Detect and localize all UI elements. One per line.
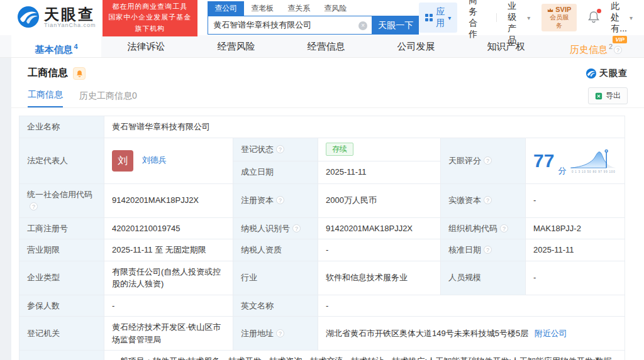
- export-button[interactable]: 导出: [588, 87, 628, 104]
- field-label: 注册资本?: [233, 183, 318, 217]
- reg-address-value: 湖北省黄石市开铁区奥体大道149号未来科技城5号楼5层: [326, 329, 528, 338]
- credit-code-label: 统一社会信用代码: [27, 190, 92, 199]
- field-label: 法定代表人: [19, 138, 104, 183]
- table-row: 企业类型 有限责任公司(自然人投资或控股的法人独资) 行业 软件和信息技术服务业…: [19, 261, 625, 295]
- crown-icon: [547, 8, 553, 13]
- taxpayer-quality-value: -: [318, 239, 441, 261]
- subtab-history-business-info[interactable]: 历史工商信息0: [79, 90, 137, 107]
- tab-basic-info[interactable]: 基本信息4: [11, 35, 101, 57]
- help-icon[interactable]: ?: [484, 156, 492, 165]
- help-icon[interactable]: ?: [484, 246, 492, 254]
- tab-label: 经营风险: [218, 41, 255, 52]
- field-label: 成立日期: [233, 161, 318, 183]
- svip-label-top: SVIP: [555, 6, 571, 14]
- tianyancha-logo[interactable]: 天眼查 TianYanCha.com: [16, 5, 96, 31]
- reg-number-value: 420201210019745: [104, 217, 233, 239]
- subtab-business-info[interactable]: 工商信息: [28, 89, 63, 107]
- help-icon[interactable]: ?: [614, 46, 622, 54]
- svip-member-button[interactable]: SVIP 会员服务: [541, 4, 577, 32]
- field-label: 核准日期?: [441, 239, 526, 261]
- search-tab-risk[interactable]: 查风险: [317, 1, 353, 16]
- tab-count: 4: [74, 43, 77, 50]
- establish-date-value: 2025-11-11: [318, 161, 441, 183]
- tianyancha-logo-icon: [586, 68, 597, 79]
- field-label: 纳税人资质: [233, 239, 318, 261]
- tab-label: 经营信息: [308, 41, 345, 52]
- help-icon[interactable]: ?: [484, 196, 492, 204]
- nearby-companies-link[interactable]: 附近公司: [535, 329, 567, 338]
- svip-label-bottom: 会员服务: [547, 14, 571, 30]
- business-term-value: 2025-11-11 至 无固定期限: [104, 239, 233, 261]
- reg-address-label: 注册地址: [241, 329, 274, 338]
- notification-dot: [597, 9, 601, 13]
- org-code-value: MAK18PJJ-2: [526, 217, 625, 239]
- help-icon[interactable]: ?: [276, 196, 284, 204]
- tianyancha-logo-icon: [16, 5, 40, 31]
- table-row: 参保人数 - 英文名称 -: [19, 295, 625, 317]
- slogan-line1: 都在用的商业查询工具: [108, 1, 192, 12]
- tianyan-score-cell: 77 分 0 1 3 10 50 80 97 99 1: [526, 138, 625, 183]
- business-scope-value: 一般项目：软件开发;技术服务、技术开发、技术咨询、技术交流、技术转让、技术推广;…: [104, 351, 625, 360]
- apps-label: 应用: [436, 6, 445, 29]
- clear-search-icon[interactable]: ×: [358, 21, 367, 30]
- tab-operation-risk[interactable]: 经营风险: [191, 35, 281, 57]
- company-name-value: 黄石智谱华章科技有限公司: [104, 116, 625, 138]
- english-name-value: -: [318, 295, 625, 317]
- nav-enterprise[interactable]: 企业级产品 ▾: [508, 0, 530, 46]
- field-label: 行业: [233, 261, 318, 295]
- apps-menu[interactable]: 应用 ▾: [419, 3, 457, 33]
- field-label: 工商注册号: [19, 217, 104, 239]
- legal-rep-link[interactable]: 刘德兵: [142, 155, 167, 165]
- watermark-logo: 天眼查: [586, 68, 628, 79]
- table-row: 经营范围? 一般项目：软件开发;技术服务、技术开发、技术咨询、技术交流、技术转让…: [19, 351, 625, 360]
- help-icon[interactable]: ?: [292, 224, 301, 232]
- taxpayer-id-label: 纳税人识别号: [241, 224, 290, 233]
- reg-authority-value: 黄石经济技术开发区·铁山区市场监督管理局: [104, 317, 233, 351]
- field-label: 企业类型: [19, 261, 104, 295]
- table-row: 工商注册号 420201210019745 纳税人识别号? 91420201MA…: [19, 217, 625, 239]
- notification-bell-icon[interactable]: [588, 11, 599, 25]
- legal-rep-avatar[interactable]: 刘: [112, 150, 133, 172]
- subscribe-bell-icon[interactable]: [73, 67, 86, 80]
- field-label: 实缴资本?: [441, 183, 526, 217]
- top-header: 天眼查 TianYanCha.com 都在用的商业查询工具 国家中小企业发展子基…: [0, 0, 644, 35]
- table-row: 法定代表人 刘 刘德兵 登记状态? 存续 天眼评分? 77 分: [19, 138, 625, 161]
- chevron-down-icon: ▾: [630, 14, 633, 21]
- reg-capital-value: 2000万人民币: [318, 183, 441, 217]
- field-label: 经营范围?: [19, 351, 104, 360]
- help-icon[interactable]: ?: [276, 329, 284, 337]
- brand-slogan: 都在用的商业查询工具 国家中小企业发展子基金旗下机构: [103, 0, 198, 36]
- field-label: 天眼评分?: [441, 138, 526, 183]
- nav-cooperation[interactable]: 商务合作: [469, 0, 485, 40]
- approval-date-label: 核准日期: [448, 245, 481, 254]
- org-code-label: 组织机构代码: [448, 224, 497, 233]
- tab-operation-info[interactable]: 经营信息: [281, 35, 371, 57]
- field-label: 人员规模: [441, 261, 526, 295]
- company-type-value: 有限责任公司(自然人投资或控股的法人独资): [104, 261, 233, 295]
- reg-address-cell: 湖北省黄石市开铁区奥体大道149号未来科技城5号楼5层 附近公司: [318, 317, 625, 351]
- field-label: 参保人数: [19, 295, 104, 317]
- help-icon[interactable]: ?: [500, 224, 508, 232]
- tab-legal-proceedings[interactable]: 法律诉讼: [101, 35, 191, 57]
- chevron-down-icon: ▾: [448, 14, 451, 21]
- header-nav: 应用 ▾ 商务合作 企业级产品 ▾ SVIP 会员服务 此处有... ▾: [419, 0, 644, 46]
- help-icon[interactable]: ?: [30, 202, 38, 210]
- user-menu-label: 此处有...: [611, 1, 627, 35]
- search-tabs: 查公司 查老板 查关系 查风险: [208, 1, 419, 16]
- watermark-text: 天眼查: [599, 68, 628, 79]
- reg-status-label: 登记状态: [241, 145, 274, 154]
- paid-capital-value: -: [526, 183, 625, 217]
- business-info-card: 工商信息 天眼查 工商信息 历史工商信息0 导出 企业名称 黄石智谱华章科技有限…: [11, 58, 644, 360]
- search-area: 查公司 查老板 查关系 查风险 × 天眼一下: [208, 1, 419, 35]
- field-label: 统一社会信用代码?: [19, 183, 104, 217]
- search-tab-company[interactable]: 查公司: [208, 1, 244, 16]
- field-label: 登记机关: [19, 317, 104, 351]
- search-button[interactable]: 天眼一下: [372, 16, 419, 35]
- user-menu[interactable]: 此处有... ▾: [611, 1, 633, 35]
- reg-capital-label: 注册资本: [241, 195, 274, 205]
- logo-name: 天眼查: [44, 7, 96, 22]
- search-tab-boss[interactable]: 查老板: [244, 1, 280, 16]
- search-input[interactable]: [208, 16, 372, 34]
- search-tab-relation[interactable]: 查关系: [280, 1, 317, 16]
- help-icon[interactable]: ?: [276, 145, 284, 153]
